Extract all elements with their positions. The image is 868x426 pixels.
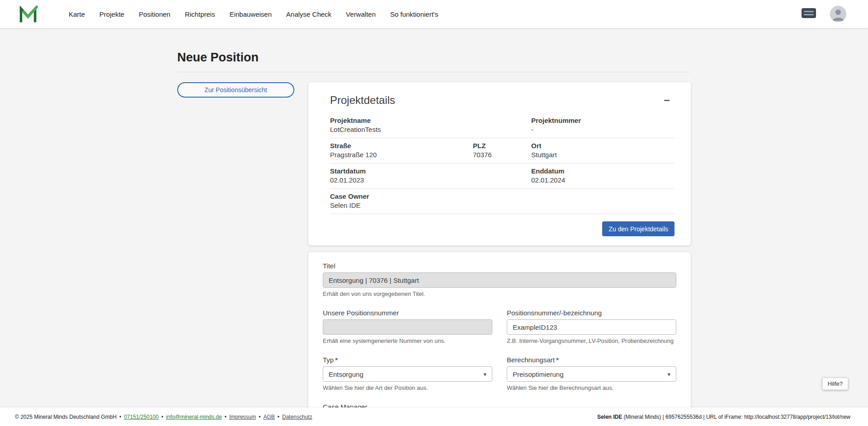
field-value: Selen IDE [330, 201, 473, 210]
field-projektnummer: Projektnummer - [531, 117, 675, 134]
unsere-positionsnummer-helper: Erhält eine systemgenerierte Nummer von … [323, 337, 492, 344]
help-button[interactable]: Hilfe? [822, 378, 848, 390]
project-details-card: Projektdetails − Projektname LotCreation… [308, 82, 691, 245]
typ-label: Typ* [323, 356, 492, 364]
required-asterisk: * [556, 356, 559, 364]
field-projektname: Projektname LotCreationTests [330, 117, 473, 134]
positionsnummer-helper: Z.B. Interne-Vorgangsnummer, LV-Position… [507, 337, 676, 344]
field-value: LotCreationTests [330, 126, 473, 134]
field-value: 70376 [473, 151, 531, 159]
positionsnummer-group: Positionsnummer/-bezeichnung Z.B. Intern… [507, 309, 676, 344]
unsere-positionsnummer-label: Unsere Positionsnummer [323, 309, 492, 317]
field-enddatum: Enddatum 02.01.2024 [531, 167, 675, 184]
separator-dot: • [119, 414, 121, 420]
field-label: Ort [531, 142, 675, 150]
email-link[interactable]: info@mineral-minds.de [166, 414, 222, 420]
field-value: Pragstraße 120 [330, 151, 473, 159]
field-value: 02.01.2024 [531, 176, 675, 184]
field-case-owner: Case Owner Selen IDE [330, 192, 473, 210]
titel-helper-text: Erhält den von uns vorgegebenen Titel. [323, 290, 676, 297]
separator-dot: • [278, 414, 279, 420]
field-label: Case Owner [330, 192, 473, 200]
user-avatar-icon[interactable] [830, 6, 846, 22]
footer-links: © 2025 Mineral Minds Deutschland GmbH • … [15, 414, 312, 420]
typ-select[interactable]: Entsorgung ▾ [323, 366, 492, 382]
field-plz: PLZ 70376 [473, 142, 531, 159]
separator-dot: • [225, 414, 226, 420]
nav-item-verwalten[interactable]: Verwalten [339, 6, 383, 23]
field-label: Straße [330, 142, 473, 150]
navbar-right [801, 6, 846, 22]
field-strasse: Straße Pragstraße 120 [330, 142, 473, 159]
session-info: Selen IDE (Mineral Minds) | 69576255536d… [597, 414, 850, 420]
typ-selected-value: Entsorgung [329, 370, 363, 378]
phone-link[interactable]: 07151/250100 [124, 414, 159, 420]
chevron-down-icon: ▾ [667, 371, 670, 378]
nav-item-positionen[interactable]: Positionen [132, 6, 178, 23]
table-row: Projektname LotCreationTests Projektnumm… [330, 113, 675, 138]
impressum-link[interactable]: Impressum [229, 414, 256, 420]
datenschutz-link[interactable]: Datenschutz [282, 414, 312, 420]
table-row: Case Owner Selen IDE [330, 189, 675, 214]
agb-link[interactable]: AGB [263, 414, 274, 420]
title-divider [177, 72, 691, 72]
field-label: Projektnummer [531, 117, 675, 124]
required-asterisk: * [335, 356, 338, 364]
collapse-icon[interactable]: − [659, 94, 675, 107]
goto-project-details-button[interactable]: Zu den Projektdetails [602, 221, 675, 236]
titel-label: Titel [323, 262, 676, 270]
mineral-minds-logo[interactable] [18, 4, 38, 24]
server-icon[interactable] [801, 7, 816, 21]
field-label: Projektname [330, 117, 473, 124]
session-user-name: Selen IDE [597, 414, 622, 420]
nav-item-einbauweisen[interactable]: Einbauweisen [222, 6, 279, 23]
main-content: Neue Position Zur Positionsübersicht Pro… [177, 28, 691, 426]
left-column: Zur Positionsübersicht [177, 82, 294, 98]
table-row: Straße Pragstraße 120 PLZ 70376 Ort Stut… [330, 138, 675, 164]
page-title: Neue Position [177, 51, 691, 65]
project-details-title: Projektdetails [330, 94, 395, 107]
field-value: - [531, 126, 675, 134]
field-ort: Ort Stuttgart [531, 142, 675, 159]
berechnungsart-helper: Wählen Sie hier die Berechnungsart aus. [507, 384, 676, 391]
field-startdatum: Startdatum 02.01.2023 [330, 167, 473, 184]
separator-dot: • [161, 414, 163, 420]
positionsnummer-input[interactable] [507, 319, 676, 335]
positionsnummer-label: Positionsnummer/-bezeichnung [507, 309, 676, 317]
top-navbar: Karte Projekte Positionen Richtpreis Ein… [0, 0, 868, 28]
unsere-positionsnummer-input [323, 319, 492, 335]
project-details-table: Projektname LotCreationTests Projektnumm… [330, 113, 675, 214]
field-value: Stuttgart [531, 151, 675, 159]
typ-helper: Wählen Sie hier die Art der Position aus… [323, 384, 492, 391]
typ-group: Typ* Entsorgung ▾ Wählen Sie hier die Ar… [323, 356, 492, 391]
unsere-positionsnummer-group: Unsere Positionsnummer Erhält eine syste… [323, 309, 492, 344]
table-row: Startdatum 02.01.2023 Enddatum 02.01.202… [330, 164, 675, 189]
footer: © 2025 Mineral Minds Deutschland GmbH • … [0, 407, 868, 426]
separator-dot: • [259, 414, 260, 420]
nav-item-so-funktionierts[interactable]: So funktioniert's [383, 6, 445, 23]
berechnungsart-select[interactable]: Preisoptimierung ▾ [507, 366, 676, 382]
berechnungsart-group: Berechnungsart* Preisoptimierung ▾ Wähle… [507, 356, 676, 391]
chevron-down-icon: ▾ [483, 371, 486, 378]
right-column: Projektdetails − Projektname LotCreation… [308, 82, 691, 426]
nav-item-karte[interactable]: Karte [61, 6, 92, 23]
berechnungsart-label: Berechnungsart* [507, 356, 676, 364]
field-label: PLZ [473, 142, 531, 150]
main-navigation: Karte Projekte Positionen Richtpreis Ein… [61, 6, 445, 23]
berechnungsart-selected-value: Preisoptimierung [513, 370, 564, 378]
session-user-details: (Mineral Minds) | 69576255536d | URL of … [624, 414, 850, 420]
titel-field-group: Titel Erhält den von uns vorgegebenen Ti… [323, 262, 676, 297]
new-position-form-card: Titel Erhält den von uns vorgegebenen Ti… [308, 252, 691, 426]
field-label: Startdatum [330, 167, 473, 175]
nav-item-analyse-check[interactable]: Analyse Check [279, 6, 339, 23]
copyright-text: © 2025 Mineral Minds Deutschland GmbH [15, 414, 117, 420]
back-to-positions-button[interactable]: Zur Positionsübersicht [177, 82, 294, 98]
nav-item-projekte[interactable]: Projekte [92, 6, 132, 23]
nav-item-richtpreis[interactable]: Richtpreis [178, 6, 222, 23]
titel-input [323, 272, 676, 288]
field-label: Enddatum [531, 167, 675, 175]
field-value: 02.01.2023 [330, 176, 473, 184]
